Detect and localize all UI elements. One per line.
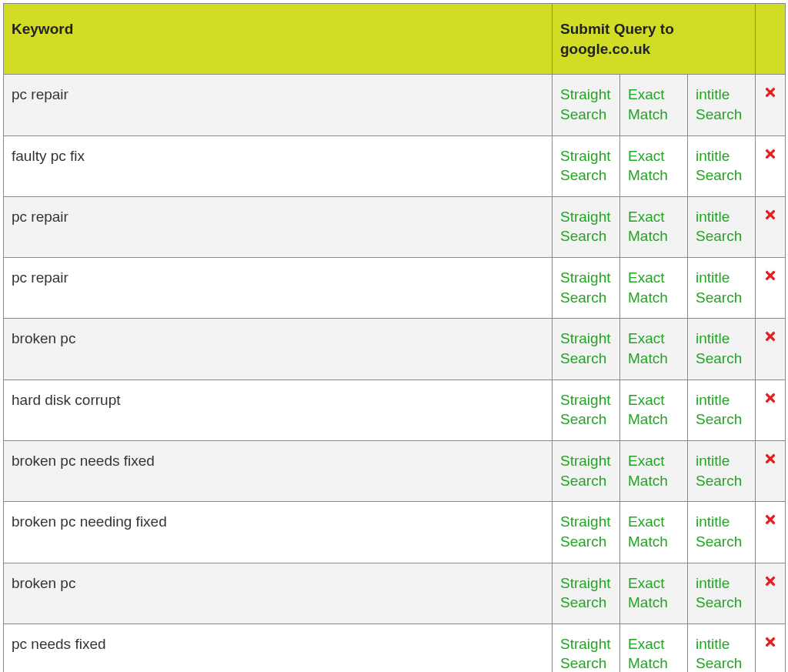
exact-match-link[interactable]: Exact Match bbox=[620, 319, 688, 379]
intitle-search-link[interactable]: intitle Search bbox=[688, 563, 756, 624]
keyword-cell: hard disk corrupt bbox=[4, 379, 553, 440]
straight-search-link[interactable]: Straight Search bbox=[553, 196, 620, 257]
exact-match-link[interactable]: Exact Match bbox=[620, 563, 688, 624]
delete-button[interactable] bbox=[756, 75, 786, 135]
column-header-keyword-label: Keyword bbox=[12, 21, 73, 37]
column-header-delete bbox=[756, 4, 786, 75]
keyword-cell: broken pc bbox=[4, 319, 553, 379]
intitle-search-link[interactable]: intitle Search bbox=[688, 135, 756, 196]
delete-button[interactable] bbox=[756, 135, 786, 196]
intitle-search-link[interactable]: intitle Search bbox=[688, 502, 756, 563]
delete-icon bbox=[763, 330, 777, 346]
intitle-search-link[interactable]: intitle Search bbox=[688, 196, 756, 257]
delete-icon bbox=[763, 148, 777, 164]
straight-search-link[interactable]: Straight Search bbox=[553, 135, 620, 196]
table-row: hard disk corrupt Straight Search Exact … bbox=[4, 379, 786, 440]
exact-match-link[interactable]: Exact Match bbox=[620, 135, 688, 196]
exact-match-link[interactable]: Exact Match bbox=[620, 379, 688, 440]
table-row: faulty pc fix Straight Search Exact Matc… bbox=[4, 135, 786, 196]
delete-button[interactable] bbox=[756, 258, 786, 319]
intitle-search-link[interactable]: intitle Search bbox=[688, 75, 756, 135]
table-row: pc repair Straight Search Exact Match in… bbox=[4, 75, 786, 135]
keyword-cell: faulty pc fix bbox=[4, 135, 553, 196]
delete-button[interactable] bbox=[756, 196, 786, 257]
keyword-cell: pc repair bbox=[4, 196, 553, 257]
table-row: broken pc Straight Search Exact Match in… bbox=[4, 563, 786, 624]
keyword-cell: pc repair bbox=[4, 75, 553, 135]
delete-button[interactable] bbox=[756, 440, 786, 501]
exact-match-link[interactable]: Exact Match bbox=[620, 502, 688, 563]
delete-button[interactable] bbox=[756, 502, 786, 563]
delete-button[interactable] bbox=[756, 563, 786, 624]
column-header-submit-prefix: Submit Query to bbox=[560, 21, 674, 37]
intitle-search-link[interactable]: intitle Search bbox=[688, 258, 756, 319]
straight-search-link[interactable]: Straight Search bbox=[553, 75, 620, 135]
straight-search-link[interactable]: Straight Search bbox=[553, 502, 620, 563]
exact-match-link[interactable]: Exact Match bbox=[620, 258, 688, 319]
intitle-search-link[interactable]: intitle Search bbox=[688, 624, 756, 672]
table-row: pc repair Straight Search Exact Match in… bbox=[4, 258, 786, 319]
table-row: pc repair Straight Search Exact Match in… bbox=[4, 196, 786, 257]
column-header-submit: Submit Query to google.co.uk bbox=[553, 4, 756, 75]
delete-icon bbox=[763, 392, 777, 408]
intitle-search-link[interactable]: intitle Search bbox=[688, 319, 756, 379]
delete-icon bbox=[763, 513, 777, 530]
straight-search-link[interactable]: Straight Search bbox=[553, 563, 620, 624]
delete-icon bbox=[763, 575, 777, 591]
delete-button[interactable] bbox=[756, 379, 786, 440]
delete-icon bbox=[763, 453, 777, 469]
straight-search-link[interactable]: Straight Search bbox=[553, 258, 620, 319]
delete-button[interactable] bbox=[756, 319, 786, 379]
straight-search-link[interactable]: Straight Search bbox=[553, 319, 620, 379]
keywords-table: Keyword Submit Query to google.co.uk pc … bbox=[3, 3, 786, 672]
table-row: broken pc Straight Search Exact Match in… bbox=[4, 319, 786, 379]
keyword-cell: pc repair bbox=[4, 258, 553, 319]
column-header-keyword: Keyword bbox=[4, 4, 553, 75]
intitle-search-link[interactable]: intitle Search bbox=[688, 440, 756, 501]
keyword-cell: broken pc bbox=[4, 563, 553, 624]
intitle-search-link[interactable]: intitle Search bbox=[688, 379, 756, 440]
exact-match-link[interactable]: Exact Match bbox=[620, 440, 688, 501]
table-header-row: Keyword Submit Query to google.co.uk bbox=[4, 4, 786, 75]
table-row: broken pc needs fixed Straight Search Ex… bbox=[4, 440, 786, 501]
straight-search-link[interactable]: Straight Search bbox=[553, 379, 620, 440]
exact-match-link[interactable]: Exact Match bbox=[620, 75, 688, 135]
table-row: pc needs fixed Straight Search Exact Mat… bbox=[4, 624, 786, 672]
delete-icon bbox=[763, 269, 777, 286]
delete-icon bbox=[763, 86, 777, 102]
straight-search-link[interactable]: Straight Search bbox=[553, 624, 620, 672]
column-header-submit-target: google.co.uk bbox=[560, 41, 650, 57]
table-row: broken pc needing fixed Straight Search … bbox=[4, 502, 786, 563]
exact-match-link[interactable]: Exact Match bbox=[620, 196, 688, 257]
straight-search-link[interactable]: Straight Search bbox=[553, 440, 620, 501]
keyword-cell: broken pc needing fixed bbox=[4, 502, 553, 563]
delete-button[interactable] bbox=[756, 624, 786, 672]
exact-match-link[interactable]: Exact Match bbox=[620, 624, 688, 672]
delete-icon bbox=[763, 636, 777, 652]
keyword-cell: pc needs fixed bbox=[4, 624, 553, 672]
keyword-cell: broken pc needs fixed bbox=[4, 440, 553, 501]
delete-icon bbox=[763, 209, 777, 225]
